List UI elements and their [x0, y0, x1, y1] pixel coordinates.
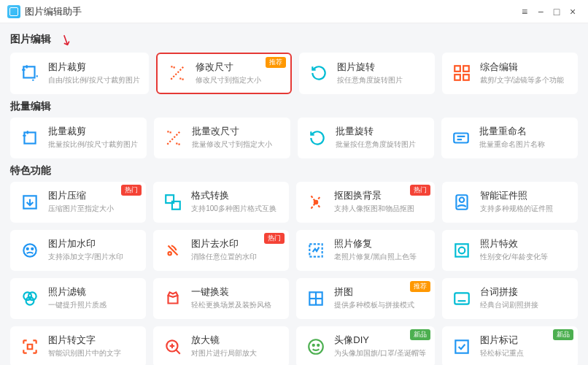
feature-card[interactable]: 智能证件照支持多种规格的证件照	[442, 182, 578, 223]
close-button[interactable]: ×	[565, 6, 581, 18]
card-title: 图片裁剪	[48, 61, 140, 74]
card-title: 照片滤镜	[48, 286, 137, 299]
feature-card[interactable]: 图片加水印支持添加文字/图片水印	[10, 230, 146, 271]
card-desc: 按任意角度旋转图片	[337, 75, 426, 85]
card-title: 智能证件照	[480, 190, 569, 202]
card-desc: 支持100多种图片格式互换	[191, 204, 280, 214]
feature-card[interactable]: 图片标记轻松标记重点新品	[442, 326, 578, 365]
svg-rect-18	[455, 244, 468, 256]
card-title: 照片修复	[334, 238, 426, 250]
arrow-indicator-icon: ↘	[57, 29, 76, 50]
card-desc: 支持人像抠图和物品抠图	[334, 204, 426, 214]
card-title: 批量重命名	[479, 126, 569, 138]
card-desc: 支持添加文字/图片水印	[48, 252, 137, 262]
app-title: 图片编辑助手	[25, 5, 517, 18]
feature-card[interactable]: 批量裁剪批量按比例/按尺寸裁剪图片	[10, 118, 147, 158]
feature-card[interactable]: 图片裁剪自由/按比例/按尺寸裁剪图片	[10, 53, 149, 94]
card-text: 批量重命名批量重命名图片名称	[479, 126, 569, 150]
card-text: 批量旋转批量按任意角度旋转图片	[336, 126, 425, 150]
card-desc: 一键提升照片质感	[48, 300, 137, 310]
svg-rect-1	[454, 66, 460, 72]
grid-icon	[451, 62, 473, 84]
svg-rect-6	[454, 133, 468, 142]
rename-icon	[450, 127, 472, 149]
watermark-icon	[19, 239, 41, 261]
section-header: 批量编辑	[10, 100, 578, 113]
feature-card[interactable]: 一键换装轻松更换场景及装扮风格	[153, 278, 289, 319]
card-grid: 批量裁剪批量按比例/按尺寸裁剪图片批量改尺寸批量修改尺寸到指定大小批量旋转批量按…	[10, 118, 578, 158]
feature-card[interactable]: 照片修复老照片修复/黑白照上色等	[296, 230, 435, 271]
rotate-icon	[306, 127, 328, 149]
card-desc: 老照片修复/黑白照上色等	[334, 252, 426, 262]
card-title: 照片特效	[480, 238, 569, 250]
feature-card[interactable]: 批量重命名批量重命名图片名称	[441, 118, 578, 158]
titlebar: 图片编辑助手 ≡ − □ ×	[0, 0, 588, 23]
card-desc: 批量修改尺寸到指定大小	[192, 139, 282, 150]
convert-icon	[162, 191, 184, 213]
feature-card[interactable]: 图片旋转按任意角度旋转图片	[299, 53, 435, 94]
feature-card[interactable]: 抠图换背景支持人像抠图和物品抠图热门	[296, 182, 435, 223]
card-desc: 消除任意位置的水印	[191, 252, 280, 262]
card-desc: 对图片进行局部放大	[191, 348, 280, 358]
card-title: 格式转换	[191, 190, 280, 202]
repair-icon	[305, 239, 327, 261]
svg-point-32	[309, 339, 324, 354]
feature-card[interactable]: 格式转换支持100多种图片格式互换	[153, 182, 289, 223]
feature-card[interactable]: 照片滤镜一键提升照片质感	[10, 278, 146, 319]
svg-point-14	[27, 248, 28, 250]
svg-line-29	[176, 350, 179, 353]
card-title: 批量旋转	[336, 126, 425, 138]
badge: 推荐	[266, 57, 286, 68]
card-desc: 轻松更换场景及装扮风格	[191, 300, 280, 310]
card-text: 放大镜对图片进行局部放大	[191, 334, 280, 358]
feature-card[interactable]: 头像DIY为头像加国旗/口罩/圣诞帽等新品	[296, 326, 435, 365]
card-title: 图片加水印	[48, 238, 137, 250]
badge: 新品	[410, 329, 430, 340]
card-desc: 批量按任意角度旋转图片	[336, 139, 425, 150]
feature-card[interactable]: 照片特效性别变化/年龄变化等	[442, 230, 578, 271]
minimize-button[interactable]: −	[533, 6, 549, 18]
svg-rect-3	[454, 75, 460, 81]
card-text: 图片裁剪自由/按比例/按尺寸裁剪图片	[48, 61, 140, 85]
svg-point-10	[314, 201, 317, 204]
card-desc: 支持多种规格的证件照	[480, 204, 569, 214]
card-text: 批量改尺寸批量修改尺寸到指定大小	[192, 126, 282, 150]
app-logo-icon	[7, 5, 20, 18]
filter-icon	[19, 288, 41, 310]
feature-card[interactable]: 图片压缩压缩图片至指定大小热门	[10, 182, 146, 223]
card-text: 照片修复老照片修复/黑白照上色等	[334, 238, 426, 262]
feature-card[interactable]: 批量改尺寸批量修改尺寸到指定大小	[154, 118, 290, 158]
card-title: 批量裁剪	[48, 126, 138, 138]
card-grid: 图片压缩压缩图片至指定大小热门格式转换支持100多种图片格式互换抠图换背景支持人…	[10, 182, 578, 365]
mark-icon	[451, 336, 473, 358]
card-text: 综合编辑裁剪/文字/滤镜等多个功能	[480, 61, 569, 85]
menu-icon[interactable]: ≡	[517, 6, 533, 18]
feature-card[interactable]: 批量旋转批量按任意角度旋转图片	[298, 118, 434, 158]
section-header: 特色功能	[10, 164, 578, 177]
card-title: 图片旋转	[337, 61, 426, 74]
section-title: 特色功能	[10, 164, 51, 177]
card-desc: 修改尺寸到指定大小	[196, 75, 282, 85]
card-text: 图片加水印支持添加文字/图片水印	[48, 238, 137, 262]
card-text: 格式转换支持100多种图片格式互换	[191, 190, 280, 214]
feature-card[interactable]: 图片去水印消除任意位置的水印热门	[153, 230, 289, 271]
card-desc: 压缩图片至指定大小	[48, 204, 137, 214]
feature-card[interactable]: 台词拼接经典台词剧照拼接	[442, 278, 578, 319]
feature-card[interactable]: 综合编辑裁剪/文字/滤镜等多个功能	[442, 53, 578, 94]
feature-card[interactable]: 图片转文字智能识别图片中的文字	[10, 326, 146, 365]
main-content: 图片编辑↘图片裁剪自由/按比例/按尺寸裁剪图片修改尺寸修改尺寸到指定大小推荐图片…	[0, 23, 588, 365]
card-text: 批量裁剪批量按比例/按尺寸裁剪图片	[48, 126, 138, 150]
card-text: 一键换装轻松更换场景及装扮风格	[191, 286, 280, 310]
resize-icon	[166, 62, 188, 84]
crop2-icon	[19, 127, 41, 149]
feature-card[interactable]: 修改尺寸修改尺寸到指定大小推荐	[156, 53, 292, 94]
feature-card[interactable]: 放大镜对图片进行局部放大	[153, 326, 289, 365]
card-desc: 批量重命名图片名称	[479, 139, 569, 150]
card-grid: 图片裁剪自由/按比例/按尺寸裁剪图片修改尺寸修改尺寸到指定大小推荐图片旋转按任意…	[10, 53, 578, 94]
card-text: 智能证件照支持多种规格的证件照	[480, 190, 569, 214]
feature-card[interactable]: 拼图提供多种模板与拼接模式推荐	[296, 278, 435, 319]
card-text: 照片滤镜一键提升照片质感	[48, 286, 137, 310]
svg-point-34	[317, 345, 319, 346]
svg-point-16	[169, 252, 171, 255]
maximize-button[interactable]: □	[549, 6, 565, 18]
